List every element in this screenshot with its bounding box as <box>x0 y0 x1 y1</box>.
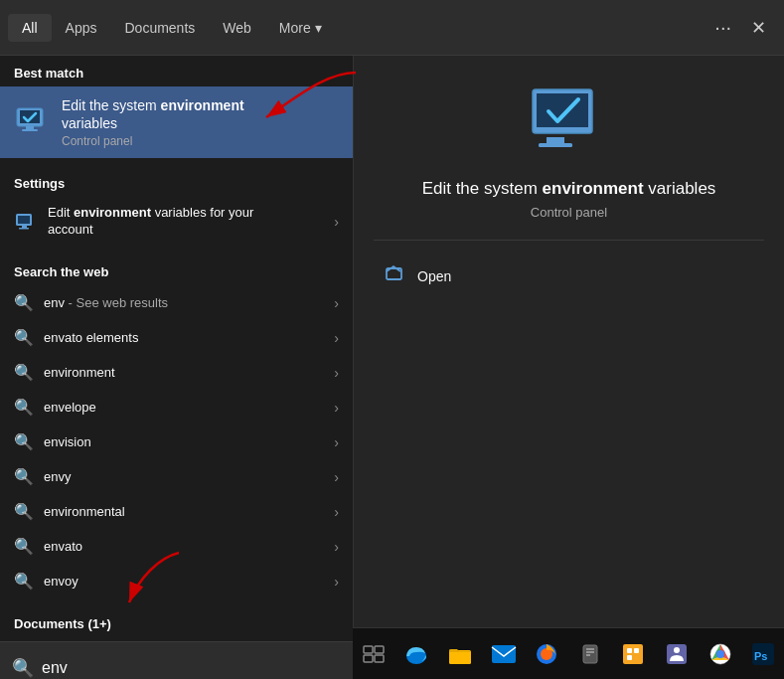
search-icon-2: 🔍 <box>14 363 34 382</box>
svg-rect-27 <box>623 644 643 664</box>
right-subtitle: Control panel <box>531 205 607 220</box>
tab-bar: All Apps Documents Web More ▾ ··· ✕ <box>0 0 784 56</box>
left-panel: Best match Edit the system envir <box>0 56 353 679</box>
search-icon-0: 🔍 <box>14 293 34 312</box>
tab-more[interactable]: More ▾ <box>265 14 336 42</box>
explorer-button[interactable] <box>439 632 481 676</box>
close-button[interactable]: ✕ <box>741 13 776 43</box>
web-item-text-8: envoy <box>44 574 324 589</box>
right-title: Edit the system environment variables <box>422 179 716 199</box>
open-action[interactable]: Open <box>374 256 764 295</box>
web-item-text-2: environment <box>44 365 324 380</box>
web-item-text-1: envato elements <box>44 330 324 345</box>
chrome-button[interactable] <box>700 632 741 676</box>
svg-rect-23 <box>583 645 597 663</box>
search-icon-8: 🔍 <box>14 572 34 591</box>
svg-rect-7 <box>19 228 29 230</box>
search-input[interactable] <box>42 659 341 677</box>
taskbar: Ps <box>353 627 784 679</box>
svg-rect-20 <box>492 645 516 663</box>
search-icon-7: 🔍 <box>14 537 34 556</box>
right-panel: Edit the system environment variables Co… <box>353 56 784 679</box>
best-match-label: Best match <box>0 56 353 86</box>
svg-point-32 <box>674 647 680 653</box>
web-item-text-7: envato <box>44 539 324 554</box>
web-item-text-3: envelope <box>44 400 324 415</box>
web-section: Search the web 🔍 env - See web results ›… <box>0 251 353 602</box>
best-match-subtitle: Control panel <box>62 134 244 148</box>
web-item-text-4: envision <box>44 434 324 449</box>
web-item-text-5: envy <box>44 469 324 484</box>
planner-button[interactable] <box>613 632 655 676</box>
web-item-0[interactable]: 🔍 env - See web results › <box>0 285 353 320</box>
svg-rect-15 <box>375 646 384 653</box>
settings-section: Settings Edit environment variables for … <box>0 158 353 251</box>
firefox-button[interactable] <box>526 632 567 676</box>
web-item-text-0: env - See web results <box>44 295 324 310</box>
web-item-8[interactable]: 🔍 envoy › <box>0 564 353 598</box>
svg-rect-3 <box>22 129 38 131</box>
search-icon-4: 🔍 <box>14 432 34 451</box>
svg-rect-12 <box>539 143 572 147</box>
web-section-label: Search the web <box>0 255 353 285</box>
web-item-text-6: environmental <box>44 504 324 519</box>
mail-button[interactable] <box>483 632 525 676</box>
svg-rect-19 <box>449 650 471 664</box>
web-item-3[interactable]: 🔍 envelope › <box>0 390 353 424</box>
edge-button[interactable] <box>396 632 438 676</box>
web-item-6[interactable]: 🔍 environmental › <box>0 494 353 529</box>
teams-button[interactable] <box>656 632 698 676</box>
open-label: Open <box>417 268 451 284</box>
best-match-title: Edit the system environmentvariables <box>62 96 244 132</box>
documents-label: Documents (1+) <box>0 606 353 637</box>
search-icon-6: 🔍 <box>14 502 34 521</box>
system-env-icon <box>14 104 50 140</box>
right-divider <box>374 240 764 241</box>
settings-label: Settings <box>0 166 353 197</box>
svg-rect-14 <box>364 646 373 653</box>
svg-rect-6 <box>22 226 27 228</box>
web-item-7[interactable]: 🔍 envato › <box>0 529 353 564</box>
svg-rect-10 <box>537 93 588 127</box>
settings-env-arrow: › <box>334 214 339 230</box>
best-match-text: Edit the system environmentvariables Con… <box>62 96 244 148</box>
svg-rect-2 <box>26 126 34 129</box>
photoshop-button[interactable]: Ps <box>742 632 784 676</box>
web-item-2[interactable]: 🔍 environment › <box>0 355 353 390</box>
svg-rect-29 <box>634 648 639 653</box>
settings-env-text: Edit environment variables for youraccou… <box>48 205 324 239</box>
documents-section: Documents (1+) <box>0 602 353 641</box>
svg-rect-17 <box>375 655 384 662</box>
tab-documents[interactable]: Documents <box>110 14 209 42</box>
tab-apps[interactable]: Apps <box>52 14 111 42</box>
search-window: All Apps Documents Web More ▾ ··· ✕ Best… <box>0 0 784 679</box>
svg-rect-11 <box>547 137 564 143</box>
taskview-button[interactable] <box>353 632 394 676</box>
tool-button[interactable] <box>569 632 611 676</box>
svg-text:Ps: Ps <box>754 650 767 662</box>
content-area: Best match Edit the system envir <box>0 56 784 679</box>
right-icon-area <box>525 85 614 161</box>
web-item-1[interactable]: 🔍 envato elements › <box>0 320 353 355</box>
best-match-item[interactable]: Edit the system environmentvariables Con… <box>0 86 353 158</box>
search-bar: 🔍 <box>0 641 353 679</box>
svg-point-35 <box>716 650 724 658</box>
settings-env-icon <box>14 210 38 234</box>
search-icon-5: 🔍 <box>14 467 34 486</box>
web-item-4[interactable]: 🔍 envision › <box>0 424 353 459</box>
settings-env-item[interactable]: Edit environment variables for youraccou… <box>0 197 353 247</box>
search-icon: 🔍 <box>12 657 34 679</box>
open-icon <box>386 264 405 287</box>
svg-rect-30 <box>627 655 632 660</box>
tab-web[interactable]: Web <box>209 14 265 42</box>
options-button[interactable]: ··· <box>705 12 741 43</box>
search-icon-3: 🔍 <box>14 398 34 417</box>
search-icon-1: 🔍 <box>14 328 34 347</box>
svg-rect-5 <box>18 216 30 224</box>
svg-rect-16 <box>364 655 373 662</box>
web-item-5[interactable]: 🔍 envy › <box>0 459 353 494</box>
tab-all[interactable]: All <box>8 14 52 42</box>
svg-rect-28 <box>627 648 632 653</box>
